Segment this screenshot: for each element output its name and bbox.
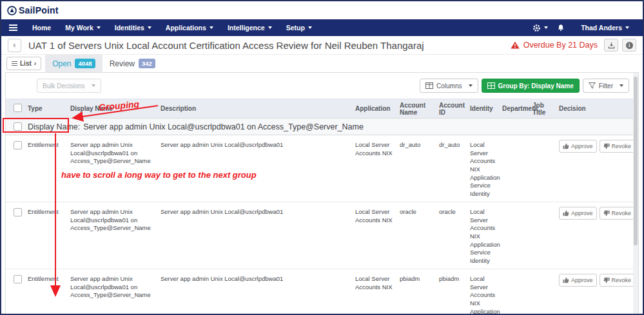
header-description[interactable]: Description [161,105,355,112]
thumbs-up-icon [563,277,569,283]
nav-label: My Work [65,24,93,32]
list-icon [12,61,17,66]
nav-label: Identities [115,24,144,32]
approve-label: Approve [571,277,593,283]
header-identity[interactable]: Identity [470,105,502,112]
revoke-label: Revoke [612,143,632,149]
gear-icon [532,24,541,32]
row-checkbox[interactable] [14,141,22,149]
cell-type: Entitlement [28,141,70,149]
scrollbar-thumb[interactable] [634,77,638,245]
cell-type: Entitlement [28,208,70,216]
nav-label: Intelligence [228,24,265,32]
nav-item-identities[interactable]: Identities [108,24,159,32]
select-all-checkbox[interactable] [14,104,22,112]
row-checkbox[interactable] [14,208,22,216]
approve-button[interactable]: Approve [559,207,597,220]
row-checkbox[interactable] [14,275,22,283]
download-icon [608,42,615,49]
info-button[interactable]: i [622,39,636,52]
header-display-name[interactable]: Display Name [70,105,161,112]
user-menu[interactable]: Thad Anders [574,24,636,32]
logo-text: SailPoint [19,5,59,15]
cell-description: Server app admin Unix Local@uscrlpdbwa01 [161,208,355,216]
cell-display-name: Server app admin Unix Local@uscrlpdbwa01… [70,275,161,300]
nav-item-setup[interactable]: Setup [279,24,319,32]
header-account-id[interactable]: Account ID [439,102,470,116]
nav-label: Home [32,24,51,32]
cell-application: Local Server Accounts NIX [355,208,400,224]
cell-account-name: dr_auto [400,141,439,149]
tab-open[interactable]: Open 4048 [45,55,102,72]
vertical-scrollbar[interactable] [633,73,638,314]
nav-label: Setup [286,24,305,32]
chevron-down-icon [625,26,629,29]
group-by-button[interactable]: Group By: Display Name [482,79,580,93]
header-account-name[interactable]: Account Name [400,102,439,116]
columns-button[interactable]: Columns [420,79,478,93]
group-by-label: Group By: Display Name [498,82,574,90]
columns-icon [425,82,433,89]
group-label: Display Name: [28,122,80,131]
cell-display-name: Server app admin Unix Local@uscrlpdbwa01… [70,141,161,166]
revoke-button[interactable]: Revoke [600,207,636,220]
thumbs-down-icon [603,143,610,149]
cell-application: Local Server Accounts NIX [355,275,400,291]
cell-account-id: pbiadm [439,275,470,283]
cell-display-name: Server app admin Unix Local@uscrlpdbwa01… [70,208,161,233]
notifications-bell[interactable] [557,24,565,32]
group-by-icon [487,82,495,89]
header-application[interactable]: Application [355,105,400,112]
chevron-down-icon [92,84,95,87]
chevron-right-icon: › [34,60,36,67]
hamburger-icon[interactable] [9,24,17,31]
approve-label: Approve [571,143,593,149]
chevron-down-icon [268,26,272,29]
list-view-button[interactable]: List › [6,57,41,70]
nav-item-intelligence[interactable]: Intelligence [220,24,279,32]
cell-account-name: pbiadm [400,275,439,283]
bell-icon [557,24,565,32]
revoke-button[interactable]: Revoke [600,140,636,153]
group-row: Display Name: Server app admin Unix Loca… [6,118,638,135]
tab-review-label: Review [110,59,135,68]
cell-account-name: oracle [400,208,439,216]
tab-review[interactable]: Review 342 [102,55,162,72]
chevron-down-icon [620,84,623,87]
sailpoint-logo-icon [7,6,17,15]
settings-gear-menu[interactable] [532,24,548,32]
cell-description: Server app admin Unix Local@uscrlpdbwa01 [161,141,355,149]
download-button[interactable] [604,39,618,52]
info-icon: i [626,42,633,49]
nav-item-applications[interactable]: Applications [159,24,220,32]
filter-funnel-icon [589,82,596,89]
cell-account-id: oracle [439,208,470,216]
header-job-title[interactable]: Job Title [532,102,559,116]
back-button[interactable]: ‹ [8,39,21,52]
chevron-down-icon [97,26,101,29]
approve-button[interactable]: Approve [559,140,597,153]
thumbs-down-icon [603,277,610,283]
page-title: UAT 1 of Servers Unix Local Account Cert… [28,40,424,51]
approve-button[interactable]: Approve [559,274,597,287]
table-toolbar: Bulk Decisions Columns [6,73,638,99]
revoke-label: Revoke [612,210,632,216]
revoke-button[interactable]: Revoke [600,274,636,287]
content-panel: Bulk Decisions Columns [5,72,639,314]
cell-identity: Local Server Accounts NIX Application Se… [470,141,502,198]
chevron-down-icon [210,26,213,29]
bulk-decisions-button[interactable]: Bulk Decisions [37,79,101,93]
table-row: Entitlement Server app admin Unix Local@… [6,202,638,269]
list-label: List [20,60,32,67]
header-type[interactable]: Type [28,105,70,112]
header-department[interactable]: Department [502,105,532,112]
table-row: Entitlement Server app admin Unix Local@… [6,135,638,202]
nav-item-my-work[interactable]: My Work [58,24,108,32]
filter-button[interactable]: Filter [583,79,629,93]
nav-item-home[interactable]: Home [25,24,58,32]
group-checkbox[interactable] [14,122,22,131]
main-navbar: Home My Work Identities Applications Int… [1,19,643,36]
cell-account-id: dr_auto [439,141,470,149]
chevron-down-icon [308,26,312,29]
cell-application: Local Server Accounts NIX [355,141,400,157]
